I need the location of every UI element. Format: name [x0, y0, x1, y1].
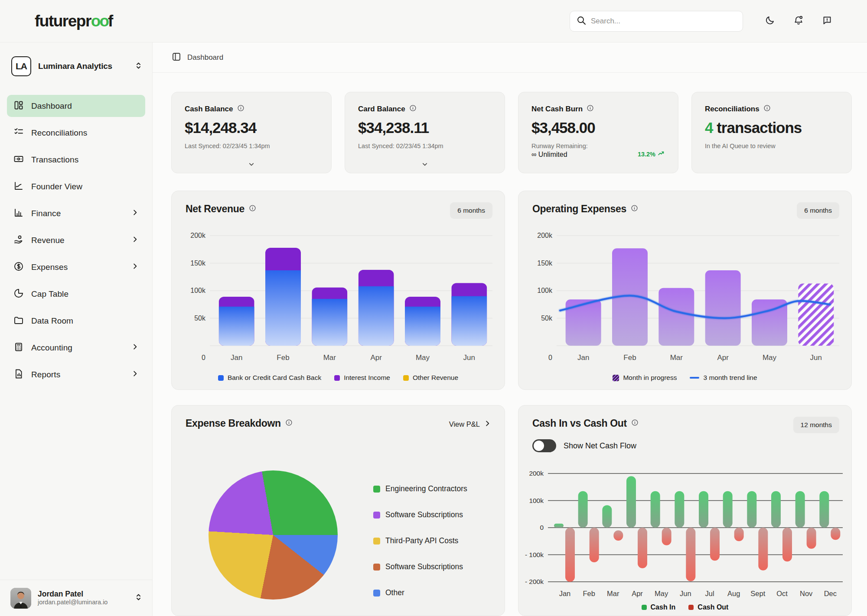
sidebar-item-revenue[interactable]: Revenue: [7, 229, 145, 251]
expand-button[interactable]: [421, 161, 429, 169]
bar-chart-icon: [13, 207, 24, 220]
info-icon[interactable]: [285, 419, 293, 428]
logo-infinity-accent: oo: [91, 12, 108, 30]
sidebar-item-expenses[interactable]: Expenses: [7, 256, 145, 278]
sidebar-nav: Dashboard Reconciliations Transactions F…: [0, 90, 152, 390]
sidebar-item-data-room[interactable]: Data Room: [7, 310, 145, 332]
feedback-button[interactable]: [818, 13, 836, 30]
svg-text:50k: 50k: [541, 314, 553, 322]
svg-text:May: May: [655, 590, 668, 597]
search-input[interactable]: [591, 17, 737, 26]
svg-text:Jul: Jul: [705, 590, 714, 597]
sidebar-item-label: Founder View: [31, 182, 139, 191]
line-chart-icon: [13, 181, 24, 193]
legend-item: Interest Income: [334, 374, 390, 382]
trend-up-icon: [658, 150, 665, 159]
search-bar[interactable]: [570, 11, 743, 32]
svg-text:Nov: Nov: [800, 590, 813, 597]
svg-text:Apr: Apr: [370, 353, 382, 362]
svg-text:50k: 50k: [194, 314, 206, 322]
expand-button[interactable]: [248, 161, 255, 169]
info-icon[interactable]: [409, 104, 417, 114]
sidebar-item-cap-table[interactable]: Cap Table: [7, 283, 145, 305]
sidebar-item-finance[interactable]: Finance: [7, 202, 145, 224]
cash-in-out-card: Cash In vs Cash Out 12 months Show Net C…: [518, 405, 852, 616]
report-icon: [13, 369, 24, 381]
svg-text:200k: 200k: [537, 232, 553, 239]
stat-card-cash-balance: Cash Balance $14,248.34 Last Synced: 02/…: [171, 92, 332, 173]
svg-text:Mar: Mar: [323, 353, 336, 362]
info-icon[interactable]: [763, 104, 771, 114]
svg-text:100k: 100k: [537, 287, 553, 294]
operating-expenses-chart: 200k150k100k50k0JanFebMarAprMayJun: [518, 191, 852, 390]
sidebar-item-label: Transactions: [31, 155, 139, 165]
svg-text:- 100k: - 100k: [525, 551, 544, 558]
chevron-right-icon: [131, 235, 139, 245]
legend-item: Cash Out: [688, 603, 728, 611]
svg-text:Mar: Mar: [670, 353, 683, 362]
net-revenue-legend: Bank or Credit Card Cash BackInterest In…: [172, 374, 505, 382]
sidebar-item-label: Reports: [31, 370, 124, 379]
info-icon[interactable]: [587, 104, 594, 114]
banknote-icon: [13, 154, 24, 166]
bell-icon: [793, 15, 804, 27]
legend-item: Third-Party API Costs: [373, 536, 467, 545]
stat-value: $34,238.11: [358, 119, 492, 136]
expense-breakdown-card: Expense Breakdown View P&L Engineering C…: [171, 405, 505, 616]
sidebar-item-label: Accounting: [31, 343, 124, 353]
app-logo[interactable]: futureproof: [35, 12, 113, 30]
stat-subtext: In the AI Queue to review: [705, 143, 838, 149]
stat-value-rest: transactions: [717, 119, 802, 136]
chevron-right-icon: [131, 343, 139, 353]
svg-text:May: May: [763, 353, 777, 362]
legend-item: 3 month trend line: [690, 374, 757, 382]
sidebar-item-label: Cap Table: [31, 289, 139, 299]
sidebar-item-transactions[interactable]: Transactions: [7, 149, 145, 171]
notifications-button[interactable]: [790, 13, 807, 30]
stat-title: Net Cash Burn: [531, 105, 583, 113]
stat-subtext: Last Synced: 02/23/45 1:34pm: [185, 143, 318, 149]
svg-text:100k: 100k: [529, 497, 544, 504]
legend-item: Software Subscriptions: [373, 510, 467, 519]
user-menu[interactable]: Jordan Patel jordan.patel@luminara.io: [0, 580, 152, 616]
svg-text:100k: 100k: [190, 287, 206, 294]
company-name: Luminara Analytics: [38, 62, 127, 71]
dashboard-icon: [13, 100, 24, 112]
operating-expenses-card: Operating Expenses 6 months 200k150k100k…: [518, 191, 852, 390]
sidebar-item-reconciliations[interactable]: Reconciliations: [7, 122, 145, 144]
trend-badge: 13.2%: [638, 150, 665, 159]
stat-title: Card Balance: [358, 105, 405, 113]
dollar-circle-icon: [13, 261, 24, 273]
info-icon[interactable]: [237, 104, 244, 114]
stat-value: $3,458.00: [531, 119, 665, 136]
sidebar-item-founder-view[interactable]: Founder View: [7, 175, 145, 198]
stat-card-net-cash-burn: Net Cash Burn $3,458.00 Runway Remaining…: [518, 92, 678, 173]
top-header: futureproof: [0, 0, 867, 42]
svg-text:200k: 200k: [190, 232, 206, 239]
svg-text:May: May: [416, 353, 430, 362]
sidebar-item-dashboard[interactable]: Dashboard: [7, 95, 145, 117]
view-pl-link[interactable]: View P&L: [449, 419, 492, 429]
runway-value: ∞ Unlimited: [531, 151, 588, 159]
panel-icon[interactable]: [171, 52, 182, 64]
stat-card-reconciliations: Reconciliations 4 transactions In the AI…: [691, 92, 852, 173]
folder-icon: [13, 315, 24, 327]
charts-row-1: Net Revenue 6 months 200k150k100k50k0 Ja…: [171, 191, 852, 390]
workspace-switcher[interactable]: LA Luminara Analytics: [0, 42, 152, 87]
company-logo: LA: [11, 56, 31, 76]
svg-text:Feb: Feb: [623, 353, 636, 362]
legend-item: Cash In: [642, 603, 676, 611]
sidebar-item-accounting[interactable]: Accounting: [7, 337, 145, 359]
chevron-down-icon: [248, 163, 255, 169]
chevron-right-icon: [131, 370, 139, 379]
legend-item: Other Revenue: [403, 374, 458, 382]
dark-mode-button[interactable]: [761, 13, 779, 30]
chevron-updown-icon: [134, 593, 143, 603]
legend-item: Bank or Credit Card Cash Back: [218, 374, 321, 382]
sidebar-item-reports[interactable]: Reports: [7, 363, 145, 386]
svg-text:Jun: Jun: [810, 353, 822, 362]
stat-cards-row: Cash Balance $14,248.34 Last Synced: 02/…: [171, 92, 852, 173]
legend-item: Engineering Contractors: [373, 484, 467, 493]
chevron-right-icon: [483, 419, 492, 429]
expense-pie-legend: Engineering ContractorsSoftware Subscrip…: [373, 484, 467, 597]
